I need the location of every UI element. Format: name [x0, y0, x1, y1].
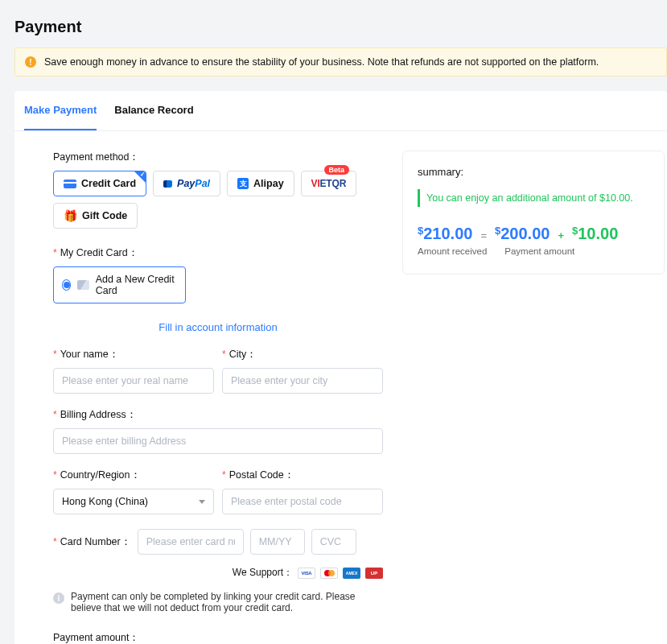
card-number-label: Card Number：	[53, 535, 131, 549]
method-credit-card-label: Credit Card	[81, 178, 136, 189]
card-number-input[interactable]	[138, 529, 244, 555]
payment-card: Make Payment Balance Record Payment meth…	[14, 91, 667, 644]
add-credit-card-option[interactable]: Add a New Credit Card	[53, 266, 186, 303]
we-support-row: We Support： VISA AMEX UP	[53, 566, 383, 580]
method-gift-code-label: Gift Code	[82, 210, 127, 221]
mastercard-icon	[320, 568, 338, 579]
name-input[interactable]	[53, 368, 214, 394]
payment-method-label: Payment method：	[53, 151, 383, 164]
tab-balance-record[interactable]: Balance Record	[114, 91, 193, 130]
info-alert: ! Save enough money in advance to ensure…	[14, 47, 667, 76]
amount-received-value: $210.00	[418, 225, 472, 243]
country-select[interactable]: Hong Kong (China)	[53, 489, 214, 514]
equals-sign: =	[480, 229, 487, 242]
note-text: Payment can only be completed by linking…	[71, 591, 383, 613]
credit-card-note: i Payment can only be completed by linki…	[53, 591, 383, 613]
alert-text: Save enough money in advance to ensure t…	[44, 56, 599, 68]
tab-make-payment[interactable]: Make Payment	[24, 91, 97, 130]
unionpay-icon: UP	[365, 568, 383, 579]
paypal-icon	[163, 180, 172, 188]
payment-amount-sublabel: Payment amount	[504, 246, 574, 256]
vietqr-wordmark: VIETQR	[311, 178, 347, 189]
card-icon	[77, 280, 89, 290]
method-alipay[interactable]: 支 Alipay	[227, 171, 294, 196]
tab-bar: Make Payment Balance Record	[14, 91, 667, 131]
billing-address-label: Billing Address：	[53, 408, 383, 422]
amount-received-label: Amount received	[418, 246, 487, 256]
bonus-amount-value: $10.00	[572, 225, 618, 243]
payment-method-row: Credit Card PayPal 支 Alipay Beta VIETQR …	[53, 171, 383, 229]
summary-panel: summary: You can enjoy an additional amo…	[402, 151, 665, 275]
country-value: Hong Kong (China)	[62, 496, 148, 507]
radio-selected-icon	[62, 279, 71, 291]
postal-label: Postal Code：	[222, 469, 383, 482]
fill-account-info-link[interactable]: Fill in account information	[53, 321, 383, 333]
method-alipay-label: Alipay	[253, 178, 284, 189]
expiry-input[interactable]	[250, 529, 305, 555]
amount-equation: $210.00 = $200.00 + $10.00	[418, 225, 649, 243]
method-credit-card[interactable]: Credit Card	[53, 171, 146, 196]
my-credit-card-label: My Credit Card：	[53, 246, 383, 260]
warning-icon: !	[25, 56, 36, 68]
add-credit-card-label: Add a New Credit Card	[96, 274, 177, 296]
paypal-wordmark: PayPal	[177, 178, 210, 189]
cvc-input[interactable]	[311, 529, 356, 555]
alipay-icon: 支	[237, 178, 249, 189]
plus-sign: +	[558, 229, 564, 242]
name-label: Your name：	[53, 348, 214, 361]
visa-icon: VISA	[298, 568, 315, 579]
city-input[interactable]	[222, 368, 383, 394]
promo-message: You can enjoy an additional amount of $1…	[418, 189, 649, 207]
payment-amount-label: Payment amount：	[53, 631, 383, 644]
method-gift-code[interactable]: 🎁 Gift Code	[53, 203, 138, 229]
country-label: Country/Region：	[53, 469, 214, 482]
form-column: Payment method： Credit Card PayPal 支 Ali…	[53, 151, 383, 644]
city-label: City：	[222, 348, 383, 361]
payment-amount-value: $200.00	[495, 225, 550, 243]
beta-badge: Beta	[324, 165, 350, 175]
method-vietqr[interactable]: Beta VIETQR	[301, 171, 357, 196]
method-paypal[interactable]: PayPal	[153, 171, 220, 196]
summary-title: summary:	[418, 166, 649, 178]
page-title: Payment	[0, 0, 667, 47]
postal-input[interactable]	[222, 489, 383, 514]
billing-address-input[interactable]	[53, 428, 383, 454]
credit-card-icon	[64, 180, 76, 188]
gift-icon: 🎁	[64, 209, 77, 222]
chevron-down-icon	[199, 500, 205, 504]
we-support-label: We Support：	[233, 566, 293, 580]
info-icon: i	[53, 592, 64, 604]
amex-icon: AMEX	[343, 568, 360, 579]
